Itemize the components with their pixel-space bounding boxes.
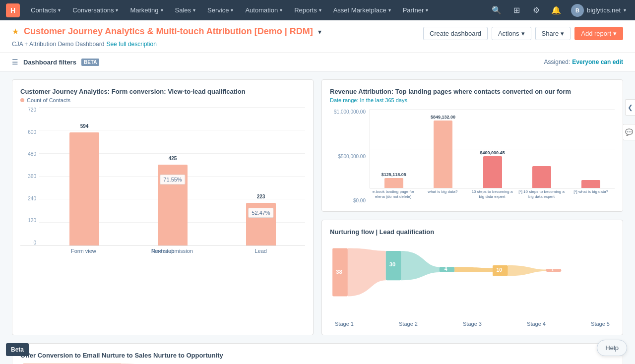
legend-label: Count of Contacts: [27, 97, 70, 103]
rev-bar-group-1: $125,118.05: [370, 172, 417, 188]
username: biglytics.net: [587, 6, 621, 14]
x-label-form-submission: Form submission: [128, 246, 217, 266]
bar-chart-inner: 720 600 480 360 240 120 0: [20, 107, 305, 246]
assigned-value[interactable]: Everyone can edit: [572, 59, 623, 65]
nav-marketing[interactable]: Marketing ▾: [125, 0, 168, 20]
add-report-button[interactable]: Add report ▾: [574, 27, 623, 40]
revenue-chart-card: Revenue Attribution: Top landing pages w…: [321, 79, 623, 212]
share-button[interactable]: Share ▾: [535, 27, 571, 40]
chevron-down-icon: ▾: [319, 7, 321, 13]
y-axis-labels: 720 600 480 360 240 120 0: [20, 107, 39, 245]
rev-x-label-3: 10 steps to becoming a big data expert: [468, 188, 516, 203]
bar-form-submission[interactable]: 425 71.55%: [158, 165, 188, 245]
revenue-chart-title: Revenue Attribution: Top landing pages w…: [330, 88, 615, 95]
filter-bar: ☰ Dashboard filters BETA Assigned: Every…: [0, 53, 635, 71]
revenue-chart-subtitle: Date range: In the last 365 days: [330, 97, 615, 103]
filter-icon: ☰: [12, 58, 18, 66]
chevron-down-icon: ▾: [426, 7, 428, 13]
left-bar-chart-card: Customer Journey Analytics: Form convers…: [12, 79, 314, 335]
stage-label-4: Stage 4: [527, 321, 546, 327]
stage-label-1: Stage 1: [335, 321, 354, 327]
nav-automation[interactable]: Automation ▾: [240, 0, 287, 20]
nav-reports[interactable]: Reports ▾: [289, 0, 326, 20]
search-icon[interactable]: 🔍: [489, 2, 505, 18]
bar-legend: Count of Contacts: [20, 97, 305, 103]
svg-text:1: 1: [551, 266, 554, 272]
nurture-stage-labels: Stage 1 Stage 2 Stage 3 Stage 4 Stage 5: [330, 321, 615, 327]
legend-dot: [20, 98, 24, 102]
revenue-x-labels: e-book landing page for elena (do not de…: [370, 188, 615, 203]
title-row: ★ Customer Journey Analytics & Multi-tou…: [12, 26, 321, 37]
svg-text:4: 4: [444, 266, 447, 272]
svg-text:38: 38: [336, 269, 342, 275]
rev-bar-4[interactable]: [532, 166, 551, 188]
chevron-down-icon: ▾: [161, 7, 163, 13]
rev-bar-5[interactable]: [581, 180, 600, 188]
avatar: B: [571, 4, 584, 17]
nav-service[interactable]: Service ▾: [202, 0, 238, 20]
rev-bar-value-1: $125,118.05: [381, 172, 406, 177]
stage-label-2: Stage 2: [399, 321, 418, 327]
notifications-icon[interactable]: 🔔: [548, 2, 564, 18]
main-content: Customer Journey Analytics: Form convers…: [0, 71, 635, 364]
message-icon: 💬: [625, 128, 633, 136]
bar-lead[interactable]: 223 52.47%: [246, 203, 276, 245]
title-dropdown-icon[interactable]: ▾: [318, 28, 321, 36]
chevron-down-icon: ▾: [624, 7, 626, 13]
rev-bar-3[interactable]: [483, 156, 502, 188]
rev-bar-1[interactable]: [384, 178, 403, 188]
bottom-conversion-chart-card: Offer Conversion to Email Nurture to Sal…: [12, 343, 623, 364]
chevron-down-icon: ▾: [231, 7, 233, 13]
bottom-chart-title: Offer Conversion to Email Nurture to Sal…: [20, 352, 615, 359]
x-label-form-view: Form view: [39, 246, 128, 266]
bar-value-form-view: 594: [80, 123, 89, 129]
nurture-chart-card: Nurturing flow | Lead qualification: [321, 220, 623, 335]
beta-button[interactable]: Beta: [6, 343, 29, 356]
rev-bar-2[interactable]: [434, 121, 452, 188]
rev-bar-group-3: $400,000.45: [469, 150, 516, 188]
top-navigation: H Contacts ▾ Conversations ▾ Marketing ▾…: [0, 0, 635, 20]
rev-x-label-1: e-book landing page for elena (do not de…: [370, 188, 417, 203]
assigned-label: Assigned:: [544, 59, 571, 65]
help-button[interactable]: Help: [597, 340, 627, 356]
nav-conversations[interactable]: Conversations ▾: [67, 0, 123, 20]
revenue-bars-area: $125,118.05 $849,132.00 $400,000.45: [370, 109, 615, 188]
user-menu[interactable]: B biglytics.net ▾: [568, 4, 629, 17]
nav-marketplace[interactable]: Asset Marketplace ▾: [328, 0, 396, 20]
settings-icon[interactable]: ⚙: [528, 2, 544, 18]
nav-sales[interactable]: Sales ▾: [170, 0, 201, 20]
bar-value-form-submission: 425: [169, 156, 177, 161]
chevron-left-icon: ❮: [628, 104, 633, 111]
chevron-down-icon: ▾: [613, 30, 617, 37]
favorite-star-icon[interactable]: ★: [12, 27, 19, 36]
rev-x-label-4: [*] 10 steps to becoming a big data expe…: [518, 188, 566, 203]
nav-right-actions: 🔍 ⊞ ⚙ 🔔 B biglytics.net ▾: [489, 2, 629, 18]
chevron-down-icon: ▾: [193, 7, 195, 13]
chevron-down-icon: ▾: [521, 30, 525, 37]
dashboard-title: Customer Journey Analytics & Multi-touch…: [24, 26, 313, 37]
nav-partner[interactable]: Partner ▾: [398, 0, 434, 20]
bar-group-lead: 223 52.47%: [217, 203, 305, 245]
side-message-button[interactable]: 💬: [623, 124, 635, 140]
bar-group-form-submission: 425 71.55%: [128, 165, 217, 245]
bar-group-form-view: 594: [40, 132, 128, 245]
x-axis-labels: Form view Form submission Lead: [39, 246, 305, 266]
revenue-y-labels: $1,000,000.00 $500,000.00 $0.00: [330, 109, 369, 203]
assigned-row: Assigned: Everyone can edit: [544, 59, 623, 65]
rev-bar-group-4: [518, 166, 565, 188]
hubspot-logo[interactable]: H: [6, 3, 20, 17]
create-dashboard-button[interactable]: Create dashboard: [423, 27, 488, 40]
filter-label: Dashboard filters: [23, 59, 76, 66]
chevron-down-icon: ▾: [116, 7, 118, 13]
chevron-down-icon: ▾: [58, 7, 61, 13]
bar-form-view[interactable]: 594: [69, 132, 99, 245]
chevron-down-icon: ▾: [388, 7, 391, 13]
stage-label-5: Stage 5: [591, 321, 610, 327]
actions-button[interactable]: Actions ▾: [492, 27, 531, 40]
apps-icon[interactable]: ⊞: [508, 2, 524, 18]
rev-bar-value-3: $400,000.45: [480, 150, 505, 155]
side-panel-toggle[interactable]: ❮: [625, 99, 635, 116]
see-full-description-link[interactable]: See full description: [106, 41, 156, 48]
svg-text:10: 10: [497, 267, 503, 273]
nav-contacts[interactable]: Contacts ▾: [26, 0, 65, 20]
